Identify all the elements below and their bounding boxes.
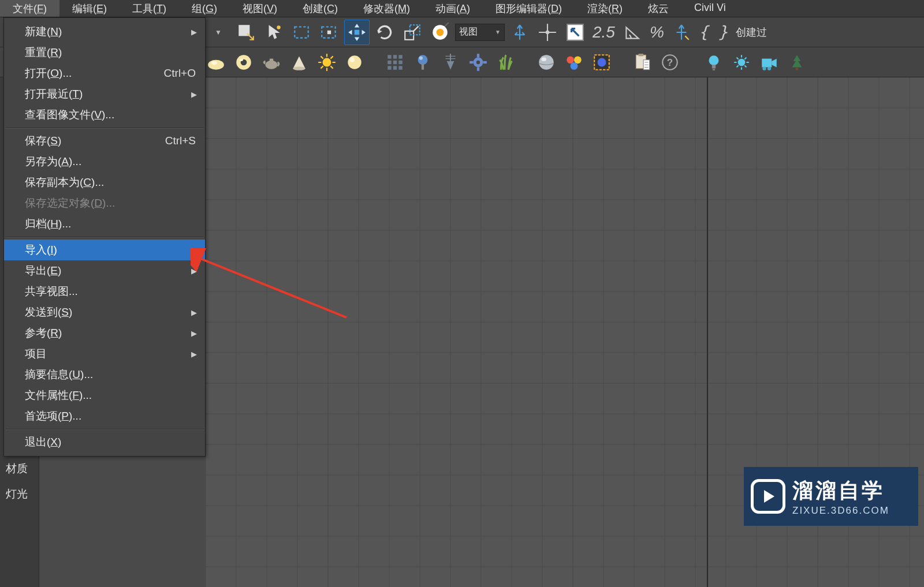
- svg-rect-24: [393, 55, 397, 58]
- svg-point-40: [476, 60, 480, 63]
- percent-snap-label[interactable]: %: [647, 23, 666, 42]
- spinner-snap-tool[interactable]: [669, 20, 694, 45]
- file-menu-item-16[interactable]: 参考(R)▶: [4, 323, 205, 343]
- material-category-label[interactable]: 材质: [6, 456, 28, 481]
- svg-rect-37: [477, 67, 479, 70]
- svg-rect-34: [422, 63, 424, 70]
- menu-0[interactable]: 文件(F): [0, 0, 59, 17]
- file-menu-item-1[interactable]: 重置(R): [4, 42, 205, 63]
- file-menu-item-14[interactable]: 共享视图...: [4, 281, 205, 302]
- svg-point-43: [567, 56, 574, 63]
- use-pivot-tool[interactable]: [507, 20, 532, 45]
- angle-snap-value[interactable]: 2.5: [590, 23, 617, 42]
- svg-point-17: [265, 60, 277, 69]
- file-menu-item-7[interactable]: 另存为(A)...: [4, 151, 205, 172]
- camera-icon[interactable]: [757, 50, 782, 75]
- sun-icon[interactable]: [314, 50, 340, 75]
- svg-point-1: [277, 25, 280, 29]
- file-menu-item-6[interactable]: 保存(S)Ctrl+S: [4, 130, 205, 151]
- dropdown-toggle[interactable]: ▼: [206, 20, 231, 45]
- select-by-name-tool[interactable]: [261, 20, 286, 45]
- spot-light-icon[interactable]: [729, 50, 754, 75]
- teapot-icon[interactable]: [259, 50, 284, 75]
- svg-point-12: [208, 59, 224, 69]
- menu-1[interactable]: 编辑(E): [59, 0, 120, 17]
- watermark-title: 溜溜自学: [792, 477, 889, 505]
- svg-rect-38: [470, 61, 473, 63]
- gear-icon[interactable]: [465, 50, 491, 75]
- geosphere-icon[interactable]: [203, 50, 229, 75]
- file-menu-item-17[interactable]: 项目▶: [4, 343, 205, 364]
- file-menu-item-18[interactable]: 摘要信息(U)...: [4, 364, 205, 385]
- menu-8[interactable]: 图形编辑器(D): [483, 0, 575, 17]
- svg-point-58: [767, 66, 771, 70]
- menu-4[interactable]: 视图(V): [230, 0, 290, 17]
- help-icon[interactable]: ?: [657, 50, 683, 75]
- file-menu-item-15[interactable]: 发送到(S)▶: [4, 302, 205, 323]
- clipboard-icon[interactable]: [629, 50, 655, 75]
- svg-rect-30: [393, 66, 397, 69]
- svg-rect-28: [398, 60, 402, 63]
- menubar: 文件(F)编辑(E)工具(T)组(G)视图(V)创建(C)修改器(M)动画(A)…: [0, 0, 924, 17]
- svg-rect-49: [639, 54, 644, 56]
- svg-point-16: [240, 58, 243, 61]
- menu-6[interactable]: 修改器(M): [351, 0, 423, 17]
- menu-9[interactable]: 渲染(R): [575, 0, 635, 17]
- file-menu-item-20[interactable]: 首选项(P)...: [4, 406, 205, 427]
- select-manipulate-tool[interactable]: [535, 20, 560, 45]
- angle-snap-tool[interactable]: [620, 20, 645, 45]
- spacing-tool-icon[interactable]: [438, 50, 463, 75]
- menu-7[interactable]: 动画(A): [423, 0, 483, 17]
- menu-11[interactable]: Civil Vi: [681, 0, 739, 17]
- create-selection-label[interactable]: 创建过: [732, 25, 767, 39]
- menu-10[interactable]: 炫云: [635, 0, 681, 17]
- file-menu-item-2[interactable]: 打开(O)...Ctrl+O: [4, 63, 205, 84]
- rectangular-region-tool[interactable]: [289, 20, 314, 45]
- grass-icon[interactable]: [493, 50, 519, 75]
- svg-rect-39: [483, 61, 487, 63]
- menu-3[interactable]: 组(G): [179, 0, 230, 17]
- svg-point-20: [323, 58, 331, 66]
- sphere-light-icon[interactable]: [342, 50, 367, 75]
- file-menu-item-12[interactable]: 导入(I)▶: [4, 240, 205, 260]
- material-editor-icon[interactable]: [589, 50, 614, 75]
- svg-text:?: ?: [667, 57, 673, 68]
- bulb-icon[interactable]: [701, 50, 726, 75]
- svg-point-41: [539, 55, 554, 70]
- window-crossing-tool[interactable]: [316, 20, 342, 45]
- file-menu-item-8[interactable]: 保存副本为(C)...: [4, 172, 205, 193]
- scale-tool[interactable]: [400, 20, 425, 45]
- select-object-tool[interactable]: [233, 20, 259, 45]
- ref-coord-dropdown[interactable]: 视图: [455, 24, 505, 41]
- menu-2[interactable]: 工具(T): [120, 0, 179, 17]
- keyboard-shortcut-tool[interactable]: [562, 20, 588, 45]
- svg-rect-36: [477, 54, 479, 57]
- file-menu-item-19[interactable]: 文件属性(F)...: [4, 385, 205, 406]
- file-menu-item-3[interactable]: 打开最近(T)▶: [4, 84, 205, 104]
- tree-helper-icon[interactable]: [784, 50, 810, 75]
- file-menu-item-10[interactable]: 归档(H)...: [4, 214, 205, 234]
- svg-rect-54: [712, 65, 716, 68]
- named-sel-label[interactable]: { }: [696, 23, 731, 42]
- file-menu-item-0[interactable]: 新建(N)▶: [4, 21, 205, 42]
- file-menu-item-13[interactable]: 导出(E)▶: [4, 260, 205, 281]
- array-icon[interactable]: [382, 50, 408, 75]
- placement-tool[interactable]: [427, 20, 453, 45]
- snapshot-icon[interactable]: [410, 50, 435, 75]
- cone-icon[interactable]: [286, 50, 312, 75]
- file-menu-item-9: 保存选定对象(D)...: [4, 193, 205, 214]
- rgb-balls-icon[interactable]: [561, 50, 587, 75]
- svg-point-32: [418, 55, 428, 65]
- chrome-sphere-icon[interactable]: [534, 50, 559, 75]
- svg-point-13: [211, 61, 218, 64]
- file-menu-item-4[interactable]: 查看图像文件(V)...: [4, 104, 205, 125]
- svg-point-9: [437, 28, 444, 36]
- file-menu-item-22[interactable]: 退出(X): [4, 432, 205, 453]
- menu-5[interactable]: 创建(C): [290, 0, 351, 17]
- light-category-label[interactable]: 灯光: [6, 481, 28, 507]
- select-move-tool[interactable]: [344, 20, 370, 45]
- svg-rect-56: [762, 58, 772, 67]
- svg-point-19: [293, 66, 305, 70]
- rotate-tool[interactable]: [372, 20, 397, 45]
- torus-icon[interactable]: [231, 50, 256, 75]
